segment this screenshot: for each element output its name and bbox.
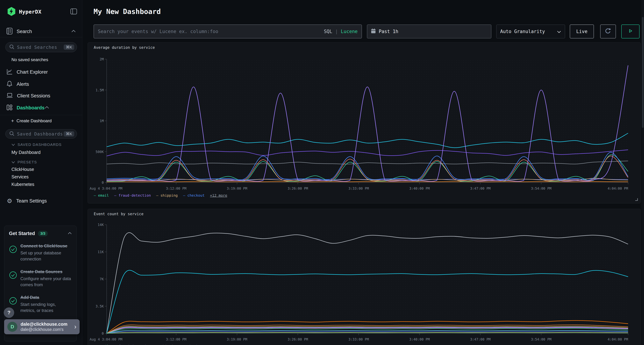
create-dashboard-button[interactable]: + Create Dashboard <box>11 118 52 124</box>
live-button[interactable]: Live <box>570 24 594 38</box>
legend-item-shipping[interactable]: — shipping <box>156 193 178 198</box>
chart-legend: — email— fraud-detection— shipping— chec… <box>94 193 227 198</box>
section-presets[interactable]: PRESETS <box>12 160 76 164</box>
average-duration-chart[interactable]: 2M1.5M1M500K0Aug 4 3:04:00 PM3:12:00 PM3… <box>88 42 640 203</box>
chevron-down-icon <box>12 142 15 147</box>
get-started-item-add-data[interactable]: Add Data Start sending logs, metrics, or… <box>9 294 72 314</box>
sidebar-item-chart-explorer[interactable]: Chart Explorer <box>6 68 76 76</box>
chart-legend: — email— fraud-detection— shipping— chec… <box>94 344 227 345</box>
sidebar-item-label: Team Settings <box>16 198 47 204</box>
refresh-button[interactable] <box>600 24 616 38</box>
calendar-icon <box>371 28 376 35</box>
chevron-down-icon <box>12 160 15 164</box>
sidebar-collapse-icon[interactable] <box>70 8 77 15</box>
time-range-picker[interactable]: Past 1h <box>367 24 492 38</box>
legend-item-email[interactable]: — email <box>94 193 109 198</box>
svg-text:3.5K: 3.5K <box>96 304 104 308</box>
bell-icon <box>6 80 13 88</box>
svg-text:4:04:00 PM: 4:04:00 PM <box>608 186 628 190</box>
legend-more-link[interactable]: +12 more <box>210 193 227 198</box>
svg-text:3:19:00 PM: 3:19:00 PM <box>227 337 247 341</box>
refresh-icon <box>604 27 612 35</box>
shortcut-badge: ⌘K <box>64 131 74 137</box>
legend-item-checkout[interactable]: — checkout <box>183 193 204 198</box>
sidebar-item-search[interactable]: Search <box>6 27 76 36</box>
saved-searches-input[interactable]: Saved Searches ⌘K <box>5 42 77 52</box>
sidebar-item-label: Chart Explorer <box>17 69 48 75</box>
create-dashboard-label: Create Dashboard <box>16 118 52 123</box>
get-started-item-title: Create Data Sources <box>20 269 72 275</box>
svg-text:3:26:00 PM: 3:26:00 PM <box>288 186 308 190</box>
avatar: D <box>7 322 17 332</box>
section-saved-dashboards[interactable]: SAVED DASHBOARDS <box>12 142 76 147</box>
sidebar-item-dashboards[interactable]: Dashboards <box>6 103 76 112</box>
svg-text:3:47:00 PM: 3:47:00 PM <box>470 337 490 341</box>
time-range-value: Past 1h <box>379 29 398 34</box>
svg-text:3:40:00 PM: 3:40:00 PM <box>409 337 430 341</box>
user-email: dale@clickhouse.com <box>20 322 68 327</box>
legend-item-checkout[interactable]: — checkout <box>183 344 204 345</box>
help-button[interactable]: ? <box>4 308 14 318</box>
svg-text:500K: 500K <box>96 150 104 154</box>
chevron-down-icon <box>557 29 561 34</box>
sidebar-item-team-settings[interactable]: ⚙ Team Settings <box>7 197 76 205</box>
svg-text:3:33:00 PM: 3:33:00 PM <box>348 186 369 190</box>
svg-text:0: 0 <box>102 332 104 335</box>
get-started-item-subtitle: Set up your database connection <box>20 250 72 262</box>
svg-text:3:47:00 PM: 3:47:00 PM <box>470 186 490 190</box>
svg-text:0: 0 <box>102 181 104 184</box>
granularity-select[interactable]: Auto Granularity <box>496 24 565 38</box>
get-started-title: Get Started <box>9 231 35 236</box>
sidebar-item-clickhouse[interactable]: ClickHouse <box>12 167 76 172</box>
chevron-up-icon[interactable] <box>71 30 76 33</box>
sidebar-item-label: Alerts <box>17 81 29 87</box>
sidebar-item-my-dashboard[interactable]: My Dashboard <box>12 150 76 155</box>
get-started-item-title: Add Data <box>20 294 72 301</box>
svg-text:3:12:00 PM: 3:12:00 PM <box>166 186 186 190</box>
saved-dashboards-placeholder: Saved Dashboards <box>17 131 63 137</box>
resize-handle-icon[interactable] <box>635 198 638 202</box>
hyperdx-app: { "sidebar": { "logo": "HyperDX", "searc… <box>0 0 644 345</box>
legend-more-link[interactable]: +12 more <box>210 344 227 345</box>
svg-text:3:12:00 PM: 3:12:00 PM <box>166 337 186 341</box>
sidebar-item-client-sessions[interactable]: Client Sessions <box>6 91 76 100</box>
legend-item-fraud-detection[interactable]: — fraud-detection <box>114 193 151 198</box>
sidebar-item-kubernetes[interactable]: Kubernetes <box>12 182 76 187</box>
svg-text:14K: 14K <box>98 223 104 227</box>
scrollbar-thumb[interactable] <box>642 17 644 128</box>
mode-divider: | <box>335 29 338 34</box>
legend-item-email[interactable]: — email <box>94 344 109 345</box>
svg-text:11K: 11K <box>98 250 104 254</box>
play-icon <box>627 28 634 35</box>
svg-text:3:54:00 PM: 3:54:00 PM <box>531 337 551 341</box>
run-query-button[interactable] <box>621 24 640 38</box>
divider <box>0 115 82 115</box>
page-title[interactable]: My New Dashboard <box>94 7 161 15</box>
search-icon <box>9 131 14 137</box>
mode-lucene-toggle[interactable]: Lucene <box>341 29 358 34</box>
saved-dashboards-input[interactable]: Saved Dashboards ⌘K <box>5 129 77 139</box>
mode-sql-toggle[interactable]: SQL <box>324 29 332 34</box>
sidebar-item-services[interactable]: Services <box>12 174 76 179</box>
chevron-up-icon[interactable] <box>44 106 49 110</box>
check-circle-icon <box>9 269 20 288</box>
hyperdx-logo-icon <box>7 6 16 17</box>
page-scrollbar[interactable] <box>642 0 644 345</box>
panel-average-duration: Average duration by service 2M1.5M1M500K… <box>88 42 641 203</box>
legend-item-shipping[interactable]: — shipping <box>156 344 178 345</box>
user-menu[interactable]: D dale@clickhouse.com dale@clickhouse.co… <box>4 319 80 334</box>
get-started-item-connect[interactable]: Connect to ClickHouse Set up your databa… <box>9 243 72 262</box>
legend-item-fraud-detection[interactable]: — fraud-detection <box>114 344 151 345</box>
chevron-right-icon: › <box>74 323 76 331</box>
svg-text:1M: 1M <box>100 119 104 123</box>
chevron-up-icon[interactable] <box>68 232 72 235</box>
svg-text:3:26:00 PM: 3:26:00 PM <box>288 337 308 341</box>
dashboard-toolbar: Search your events w/ Lucene ex. column:… <box>94 24 640 38</box>
event-count-chart[interactable]: 14K11K7K3.5K0Aug 4 3:04:00 PM3:12:00 PM3… <box>88 209 640 345</box>
event-search-input[interactable]: Search your events w/ Lucene ex. column:… <box>94 24 362 38</box>
event-search-placeholder: Search your events w/ Lucene ex. column:… <box>98 29 218 34</box>
get-started-item-sources[interactable]: Create Data Sources Configure where your… <box>9 269 72 288</box>
sidebar-item-alerts[interactable]: Alerts <box>6 80 76 88</box>
granularity-value: Auto Granularity <box>500 29 545 34</box>
dashboards-grid-icon <box>6 104 13 111</box>
